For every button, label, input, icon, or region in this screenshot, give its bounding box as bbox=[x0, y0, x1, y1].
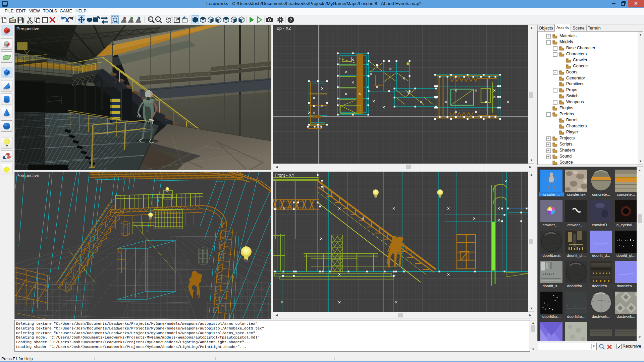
svg-text:?: ? bbox=[289, 17, 292, 22]
